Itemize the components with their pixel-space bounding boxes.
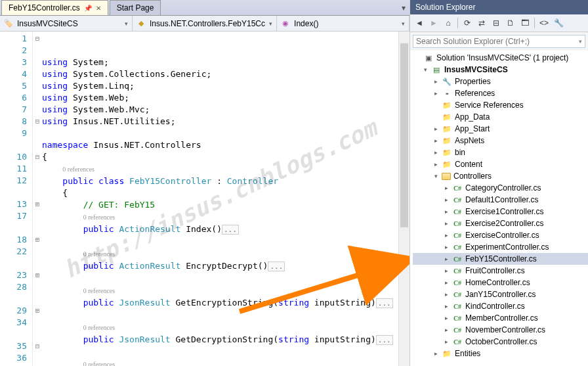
cs-icon xyxy=(452,254,463,264)
tab-label: Start Page xyxy=(117,3,154,12)
crumb-class[interactable]: ◆ Insus.NET.Controllers.FebY15Cc ▾ xyxy=(133,16,277,31)
expand-icon[interactable]: ▸ xyxy=(443,220,450,227)
tree-node[interactable]: ▾InsusMVCSiteCS xyxy=(413,64,588,76)
chevron-down-icon: ▾ xyxy=(125,20,128,27)
expand-icon[interactable]: ▸ xyxy=(443,244,450,250)
expand-icon[interactable]: ▸ xyxy=(432,137,439,144)
expand-icon[interactable]: ▸ xyxy=(443,256,450,262)
scroll-thumb[interactable] xyxy=(400,43,408,227)
cs-icon xyxy=(452,336,463,347)
tree-label: Content xyxy=(455,160,585,169)
expand-icon[interactable]: ▸ xyxy=(432,90,439,97)
tree-node[interactable]: Solution 'InsusMVCSiteCS' (1 project) xyxy=(413,52,588,64)
expand-icon[interactable]: ▸ xyxy=(443,232,450,239)
expand-icon[interactable]: ▸ xyxy=(432,350,439,357)
expand-icon[interactable]: ▸ xyxy=(443,327,450,333)
nav-breadcrumb-bar: 🏷️ InsusMVCSiteCS ▾ ◆ Insus.NET.Controll… xyxy=(0,16,410,32)
tree-node[interactable]: ▸AspNets xyxy=(413,135,588,147)
expand-icon[interactable]: ▸ xyxy=(432,78,439,85)
cs-icon xyxy=(452,325,463,335)
crumb-method[interactable]: ◉ Index() ▾ xyxy=(277,16,410,31)
tree-node[interactable]: ▸App_Start xyxy=(413,123,588,135)
expand-icon[interactable]: ▸ xyxy=(432,126,439,132)
tree-node[interactable]: ▸FruitController.cs xyxy=(413,265,588,277)
se-search-box[interactable]: ▾ xyxy=(413,35,585,48)
search-input[interactable] xyxy=(416,37,579,46)
method-icon: ◉ xyxy=(281,19,290,28)
tree-node[interactable]: ▾Controllers xyxy=(413,170,588,182)
show-all-icon[interactable]: 🗋 xyxy=(504,16,517,30)
expand-icon[interactable]: ▸ xyxy=(443,315,450,321)
tree-node[interactable]: ▸bin xyxy=(413,147,588,158)
tree-node[interactable]: Service References xyxy=(413,99,588,111)
home-icon[interactable]: ⌂ xyxy=(442,16,455,30)
expand-icon[interactable]: ▸ xyxy=(432,161,439,168)
close-icon[interactable]: ✕ xyxy=(96,5,101,12)
view-code-icon[interactable]: <> xyxy=(537,16,551,30)
expand-icon[interactable]: ▾ xyxy=(432,173,439,179)
wrench-icon[interactable]: 🔧 xyxy=(552,16,565,30)
tree-node[interactable]: ▸HomeController.cs xyxy=(413,277,588,288)
refresh-icon[interactable]: ⇄ xyxy=(475,16,488,30)
tree-node[interactable]: ▸MemberController.cs xyxy=(413,312,588,324)
folder-icon xyxy=(442,124,452,134)
sync-icon[interactable]: ⟳ xyxy=(461,16,474,30)
tab-overflow-icon[interactable]: ▾ xyxy=(398,1,410,15)
code-content[interactable]: using System;using System.Collections.Ge… xyxy=(42,32,398,366)
cs-icon xyxy=(452,206,463,217)
tree-node[interactable]: ▸References xyxy=(413,87,588,99)
forward-icon[interactable]: ► xyxy=(427,16,440,30)
expand-icon[interactable]: ▸ xyxy=(443,303,450,309)
tree-node[interactable]: ▸KindController.cs xyxy=(413,300,588,312)
tree-node[interactable]: ▸FebY15Controller.cs xyxy=(413,253,588,265)
tree-label: OctoberController.cs xyxy=(465,337,585,346)
tree-node[interactable]: App_Data xyxy=(413,111,588,123)
tree-node[interactable]: ▸Content xyxy=(413,158,588,170)
solution-explorer: Solution Explorer ◄ ► ⌂ ⟳ ⇄ ⊟ 🗋 🗔 <> 🔧 ▾… xyxy=(410,0,588,366)
tree-node[interactable]: ▸ExperimentController.cs xyxy=(413,241,588,253)
crumb-label: InsusMVCSiteCS xyxy=(17,19,78,28)
tree-label: References xyxy=(455,89,585,98)
expand-icon[interactable]: ▸ xyxy=(443,196,450,203)
tab-active-file[interactable]: FebY15Controller.cs 📌 ✕ xyxy=(1,0,108,15)
tree-node[interactable]: ▸CategoryController.cs xyxy=(413,182,588,194)
tree-node[interactable]: ▸Properties xyxy=(413,76,588,87)
pin-icon[interactable]: 📌 xyxy=(84,5,92,12)
cs-icon xyxy=(452,183,463,193)
tree-node[interactable]: ▸Exercise1Controller.cs xyxy=(413,206,588,217)
tree-node[interactable]: ▸Default1Controller.cs xyxy=(413,194,588,206)
expand-icon[interactable]: ▸ xyxy=(443,267,450,274)
expand-icon[interactable]: ▸ xyxy=(443,185,450,191)
cs-icon xyxy=(452,313,463,323)
expand-icon[interactable]: ▸ xyxy=(432,149,439,156)
collapse-icon[interactable]: ⊟ xyxy=(490,16,503,30)
tree-node[interactable]: ▸Entities xyxy=(413,348,588,359)
tree-node[interactable]: ▸OctoberController.cs xyxy=(413,336,588,348)
expand-icon[interactable]: ▸ xyxy=(443,338,450,345)
tree-node[interactable]: ▸Exercise2Controller.cs xyxy=(413,217,588,229)
tree-node[interactable]: ▸NovemberController.cs xyxy=(413,324,588,336)
fold-gutter[interactable]: ⊟ ⊟ ⊟ ⊞ ⊞ ⊞ ⊞ ⊟ xyxy=(33,32,42,366)
tree-label: FruitController.cs xyxy=(465,266,585,275)
expand-icon[interactable]: ▸ xyxy=(443,291,450,298)
solution-tree[interactable]: Solution 'InsusMVCSiteCS' (1 project)▾In… xyxy=(410,51,588,366)
properties-icon[interactable]: 🗔 xyxy=(518,16,532,30)
se-toolbar: ◄ ► ⌂ ⟳ ⇄ ⊟ 🗋 🗔 <> 🔧 xyxy=(410,14,588,32)
tree-node[interactable]: ▸ExerciseController.cs xyxy=(413,229,588,241)
expand-icon[interactable]: ▸ xyxy=(443,208,450,215)
crumb-namespace[interactable]: 🏷️ InsusMVCSiteCS ▾ xyxy=(0,16,133,31)
code-editor[interactable]: 123456789 101112 1317 1822 2328 2934 353… xyxy=(0,32,410,366)
back-icon[interactable]: ◄ xyxy=(413,16,426,30)
search-dropdown-icon[interactable]: ▾ xyxy=(579,38,582,45)
class-icon: ◆ xyxy=(136,19,146,28)
expand-icon[interactable]: ▾ xyxy=(422,66,429,73)
folder-icon xyxy=(442,348,452,359)
crumb-label: Insus.NET.Controllers.FebY15Cc xyxy=(150,19,265,28)
tab-start-page[interactable]: Start Page xyxy=(110,0,161,15)
cs-icon xyxy=(452,277,463,288)
proj-icon xyxy=(431,64,442,75)
panel-title: Solution Explorer xyxy=(410,0,588,14)
vertical-scrollbar[interactable] xyxy=(398,32,410,366)
expand-icon[interactable]: ▸ xyxy=(443,279,450,286)
tree-node[interactable]: ▸JanY15Controller.cs xyxy=(413,288,588,300)
